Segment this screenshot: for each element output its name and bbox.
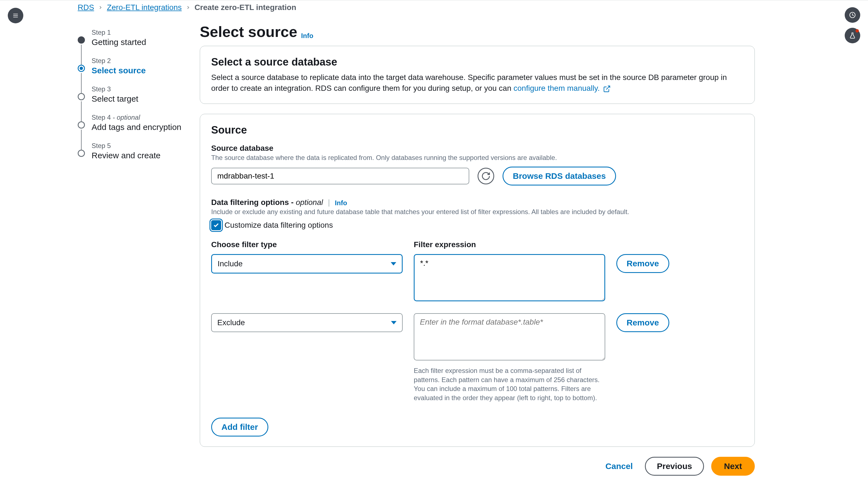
chevron-down-icon bbox=[391, 321, 397, 324]
panel-description: Select a source database to replicate da… bbox=[211, 72, 744, 94]
step-number: Step 5 bbox=[92, 142, 183, 150]
filter-type-select-1[interactable]: Exclude bbox=[211, 313, 403, 332]
source-db-help: The source database where the data is re… bbox=[211, 154, 744, 162]
step-select-target[interactable]: Step 3 Select target bbox=[78, 85, 183, 114]
step-number: Step 3 bbox=[92, 85, 183, 93]
breadcrumb-rds[interactable]: RDS bbox=[78, 3, 94, 12]
svg-line-4 bbox=[606, 86, 610, 90]
select-value: Exclude bbox=[217, 318, 245, 327]
step-label: Review and create bbox=[92, 151, 183, 160]
filter-expr-help: Each filter expression must be a comma-s… bbox=[414, 366, 605, 402]
refresh-icon bbox=[481, 171, 491, 181]
next-button[interactable]: Next bbox=[711, 457, 755, 476]
source-db-input[interactable] bbox=[211, 168, 469, 184]
step-label: Add tags and encryption bbox=[92, 122, 183, 132]
step-label: Select source bbox=[92, 66, 183, 75]
external-link-icon bbox=[603, 85, 611, 93]
panel-source: Source Source database The source databa… bbox=[200, 114, 755, 447]
step-label: Select target bbox=[92, 94, 183, 103]
select-value: Include bbox=[218, 259, 242, 268]
source-title: Source bbox=[211, 124, 744, 136]
step-label: Getting started bbox=[92, 37, 183, 47]
hamburger-menu[interactable] bbox=[8, 8, 23, 23]
refresh-button[interactable] bbox=[477, 168, 494, 184]
filter-type-select-0[interactable]: Include bbox=[211, 254, 403, 273]
remove-filter-button-0[interactable]: Remove bbox=[616, 254, 669, 273]
filter-expr-input-1[interactable] bbox=[414, 313, 605, 360]
filter-expr-input-0[interactable] bbox=[414, 254, 605, 301]
remove-filter-button-1[interactable]: Remove bbox=[616, 313, 669, 332]
step-tags-encryption[interactable]: Step 4 - optional Add tags and encryptio… bbox=[78, 114, 183, 142]
chevron-down-icon bbox=[391, 262, 396, 265]
data-filtering-heading: Data filtering options - optional | Info bbox=[211, 198, 744, 207]
panel-title: Select a source database bbox=[211, 56, 744, 68]
wizard-steps: Step 1 Getting started Step 2 Select sou… bbox=[78, 23, 183, 476]
configure-manually-link[interactable]: configure them manually. bbox=[514, 84, 600, 93]
step-getting-started[interactable]: Step 1 Getting started bbox=[78, 28, 183, 57]
cancel-button[interactable]: Cancel bbox=[600, 457, 638, 476]
info-link[interactable]: Info bbox=[301, 32, 313, 39]
previous-button[interactable]: Previous bbox=[645, 457, 704, 476]
breadcrumb: RDS Zero-ETL integrations Create zero-ET… bbox=[78, 3, 296, 12]
step-number: Step 2 bbox=[92, 57, 183, 65]
chevron-right-icon bbox=[186, 5, 191, 10]
step-number: Step 1 bbox=[92, 28, 183, 36]
page-title: Select source bbox=[200, 23, 297, 40]
browse-rds-button[interactable]: Browse RDS databases bbox=[502, 167, 616, 186]
filter-expr-col-label: Filter expression bbox=[414, 240, 605, 249]
chevron-right-icon bbox=[98, 5, 103, 10]
customize-filtering-checkbox[interactable] bbox=[211, 220, 221, 230]
panel-select-source-db: Select a source database Select a source… bbox=[200, 46, 755, 104]
cloudshell-button[interactable] bbox=[845, 7, 860, 23]
preview-button[interactable] bbox=[845, 28, 860, 43]
add-filter-button[interactable]: Add filter bbox=[211, 418, 268, 437]
cloudshell-icon bbox=[849, 12, 856, 19]
breadcrumb-current: Create zero-ETL integration bbox=[195, 3, 296, 12]
customize-filtering-label: Customize data filtering options bbox=[224, 221, 333, 230]
menu-icon bbox=[13, 13, 19, 19]
breadcrumb-zeroetl[interactable]: Zero-ETL integrations bbox=[107, 3, 182, 12]
step-select-source[interactable]: Step 2 Select source bbox=[78, 57, 183, 85]
filter-type-col-label: Choose filter type bbox=[211, 240, 403, 249]
step-review-create[interactable]: Step 5 Review and create bbox=[78, 142, 183, 170]
check-icon bbox=[213, 222, 219, 228]
data-filtering-help: Include or exclude any existing and futu… bbox=[211, 208, 744, 216]
flask-icon bbox=[849, 32, 856, 39]
step-number: Step 4 - optional bbox=[92, 114, 183, 121]
filter-info-link[interactable]: Info bbox=[335, 199, 347, 207]
notification-dot bbox=[855, 29, 859, 33]
source-db-label: Source database bbox=[211, 144, 744, 153]
